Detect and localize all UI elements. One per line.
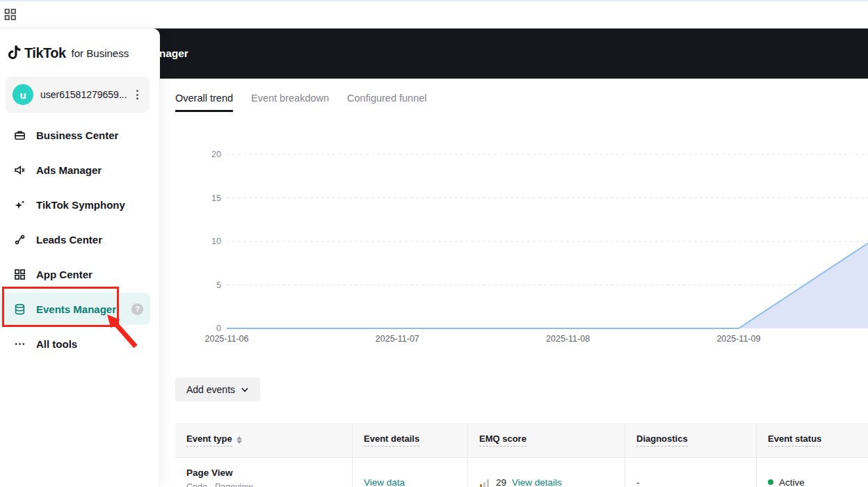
cell-event-type: Page View Code · Pageview: [175, 458, 353, 487]
cell-diagnostics: -: [625, 458, 757, 487]
sidebar-item-ads-manager[interactable]: Ads Manager: [0, 152, 160, 187]
y-tick-label: 10: [211, 237, 221, 246]
column-label: Diagnostics: [636, 433, 688, 447]
column-label: Event status: [768, 433, 821, 447]
event-type-name: Page View: [186, 468, 233, 478]
column-label: EMQ score: [479, 433, 527, 447]
sidebar-item-label: Leads Center: [36, 234, 102, 246]
event-type-sub: Code · Pageview: [186, 482, 252, 487]
tab-overall-trend[interactable]: Overall trend: [175, 93, 233, 112]
column-header-event-details[interactable]: Event details: [353, 423, 468, 457]
y-tick-label: 15: [211, 193, 221, 203]
cell-event-status: Active: [757, 458, 868, 487]
sidebar-item-label: App Center: [36, 269, 93, 280]
logo-brand-text: TikTok: [24, 45, 66, 61]
sidebar-item-business-center[interactable]: Business Center: [0, 118, 160, 152]
sidebar: TikTok for Business u user61581279659...…: [0, 29, 160, 487]
y-tick-label: 0: [216, 324, 221, 333]
sidebar-item-leads-center[interactable]: Leads Center: [0, 222, 160, 257]
sidebar-item-app-center[interactable]: App Center: [0, 257, 160, 292]
tab-configured-funnel[interactable]: Configured funnel: [347, 93, 426, 112]
column-header-diagnostics[interactable]: Diagnostics: [625, 423, 757, 457]
status-dot: [768, 479, 773, 485]
column-header-event-type[interactable]: Event type: [175, 423, 353, 457]
sidebar-item-label: Ads Manager: [36, 164, 102, 176]
sidebar-item-label: Business Center: [36, 129, 118, 141]
sort-icon[interactable]: [236, 436, 242, 444]
view-details-link[interactable]: View details: [512, 477, 562, 487]
user-name: user61581279659...: [40, 89, 131, 100]
cell-event-details: View data: [353, 458, 468, 487]
x-tick-label: 2025-11-07: [376, 334, 419, 344]
route-icon: [14, 234, 26, 246]
x-tick-label: 2025-11-09: [716, 334, 760, 344]
top-accent-line: [0, 0, 868, 1]
tab-event-breakdown[interactable]: Event breakdown: [251, 93, 329, 112]
grid-apps-icon[interactable]: [4, 8, 17, 21]
add-events-button[interactable]: Add events: [175, 378, 260, 401]
y-tick-label: 5: [216, 280, 221, 290]
tab-bar: Overall trendEvent breakdownConfigured f…: [175, 93, 427, 112]
trend-chart[interactable]: 051015202025-11-062025-11-072025-11-0820…: [175, 139, 868, 348]
megaphone-icon: [14, 164, 26, 176]
grid-icon: [14, 269, 26, 280]
sidebar-item-label: All tools: [36, 338, 77, 350]
logo-suffix-text: for Business: [72, 47, 129, 59]
chevron-down-icon: [241, 385, 249, 394]
events-table: Event typeEvent detailsEMQ scoreDiagnost…: [175, 423, 868, 487]
kebab-menu-icon[interactable]: [131, 89, 143, 100]
user-account-card[interactable]: u user61581279659...: [6, 77, 150, 113]
cell-emq-score: 29 View details: [468, 458, 625, 487]
table-header-row: Event typeEvent detailsEMQ scoreDiagnost…: [175, 423, 868, 458]
emq-bars-icon: [479, 477, 490, 487]
y-tick-label: 20: [211, 150, 221, 159]
add-events-label: Add events: [186, 384, 235, 395]
x-tick-label: 2025-11-08: [546, 334, 590, 344]
help-icon[interactable]: ?: [131, 303, 143, 315]
column-header-event-status[interactable]: Event status: [757, 423, 868, 457]
database-icon: [14, 303, 26, 315]
briefcase-icon: [14, 129, 26, 141]
sparkles-icon: [14, 199, 26, 211]
ellipsis-icon: [14, 338, 26, 350]
emq-score-value: 29: [496, 477, 506, 487]
x-tick-label: 2025-11-06: [204, 334, 248, 344]
sidebar-item-label: TikTok Symphony: [36, 199, 125, 211]
sidebar-item-label: Events Manager: [36, 303, 116, 315]
column-header-emq-score[interactable]: EMQ score: [468, 423, 625, 457]
avatar: u: [13, 84, 33, 105]
tiktok-note-icon: [7, 45, 22, 61]
column-label: Event type: [186, 433, 232, 447]
status-label: Active: [779, 477, 805, 487]
top-bar: [0, 0, 868, 29]
sidebar-item-tiktok-symphony[interactable]: TikTok Symphony: [0, 187, 160, 222]
view-data-link[interactable]: View data: [364, 477, 405, 487]
tiktok-logo: TikTok for Business: [7, 42, 129, 63]
table-row: Page View Code · PageviewView data 29 Vi…: [175, 458, 868, 487]
sidebar-item-all-tools[interactable]: All tools: [0, 326, 160, 361]
sidebar-item-events-manager[interactable]: Events Manager?: [0, 292, 160, 326]
diagnostics-value: -: [636, 477, 640, 487]
column-label: Event details: [364, 433, 419, 447]
